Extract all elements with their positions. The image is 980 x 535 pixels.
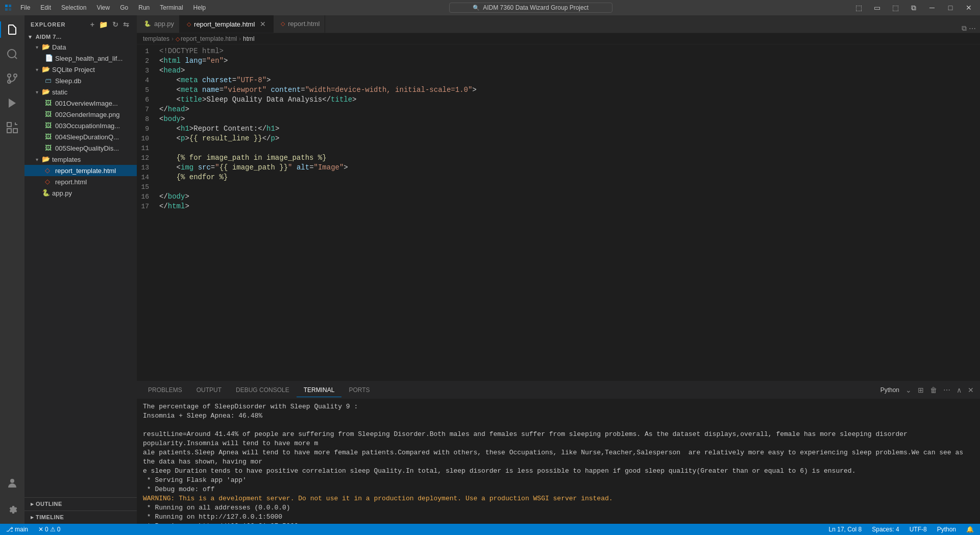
menu-run[interactable]: Run [134, 3, 154, 12]
line-num-8: 8 [137, 114, 157, 124]
sidebar-item-templates[interactable]: ▾ 📂 templates [24, 154, 137, 165]
code-editor[interactable]: 1 <!DOCTYPE html> 2 <html lang="en"> 3 <… [137, 44, 980, 381]
new-folder-icon[interactable]: 📁 [98, 19, 109, 30]
svg-rect-1 [9, 5, 11, 7]
line-content-1: <!DOCTYPE html> [157, 46, 980, 56]
tab-close-icon[interactable]: ✕ [258, 19, 268, 29]
breadcrumb-templates[interactable]: templates [143, 35, 169, 42]
error-count: 0 [45, 526, 48, 533]
sidebar-item-static[interactable]: ▾ 📂 static [24, 86, 137, 98]
split-editor[interactable]: ⧉ [906, 3, 921, 13]
tab-report[interactable]: ◇ report.html [274, 15, 325, 33]
status-bar: ⎇ main ✕ 0 ⚠ 0 Ln 17, Col 8 Spaces: 4 UT… [0, 524, 980, 535]
activity-search[interactable] [0, 42, 24, 66]
activity-settings[interactable] [0, 497, 24, 522]
maximize-button[interactable]: □ [943, 3, 958, 13]
file-icon: 🖼 [45, 99, 53, 107]
close-button[interactable]: ✕ [962, 3, 976, 13]
tab-report-template[interactable]: ◇ report_template.html ✕ [180, 15, 274, 33]
split-terminal-icon[interactable]: ⊞ [916, 385, 926, 395]
outline-section[interactable]: ▸ OUTLINE [24, 497, 137, 510]
sidebar-item-data[interactable]: ▾ 📂 Data [24, 41, 137, 53]
code-line-3: 3 <head> [137, 66, 980, 76]
code-line-7: 7 </head> [137, 105, 980, 114]
line-num-12: 12 [137, 153, 157, 163]
sidebar-item-002[interactable]: 🖼 002GenderImage.png [24, 109, 137, 120]
line-content-4: <meta charset="UTF-8"> [157, 76, 980, 85]
errors-status[interactable]: ✕ 0 ⚠ 0 [36, 524, 62, 535]
tab-label: app.py [154, 20, 174, 28]
sidebar-item-report-template[interactable]: ◇ report_template.html [24, 165, 137, 176]
close-panel-icon[interactable]: ✕ [966, 385, 976, 395]
search-bar[interactable]: 🔍 AIDM 7360 Data Wizard Group Project [449, 3, 612, 13]
breadcrumb-symbol[interactable]: html [243, 35, 255, 42]
sidebar-item-004[interactable]: 🖼 004SleepDurationQ... [24, 131, 137, 142]
position-status[interactable]: Ln 17, Col 8 [827, 524, 864, 535]
breadcrumb-file[interactable]: ◇report_template.html [176, 35, 237, 42]
more-terminal-icon[interactable]: ⋯ [941, 385, 952, 395]
activity-run[interactable] [0, 91, 24, 115]
more-actions-icon[interactable]: ⋯ [969, 25, 976, 33]
folder-label: templates [52, 156, 81, 163]
tab-ports[interactable]: PORTS [341, 383, 377, 397]
notification-bell[interactable]: 🔔 [964, 524, 976, 535]
maximize-panel-icon[interactable]: ∧ [954, 385, 964, 395]
menu-help[interactable]: Help [189, 3, 210, 12]
folder-label: static [52, 88, 67, 96]
tab-apppy[interactable]: 🐍 app.py [137, 15, 180, 33]
panel-button[interactable]: ▭ [870, 3, 884, 13]
kill-terminal-icon[interactable]: 🗑 [928, 385, 939, 395]
spaces-status[interactable]: Spaces: 4 [870, 524, 901, 535]
file-label: report.html [55, 178, 87, 186]
timeline-section[interactable]: ▸ TIMELINE [24, 510, 137, 524]
sidebar-item-sleep-health[interactable]: 📄 Sleep_health_and_lif... [24, 53, 137, 64]
activity-extensions[interactable] [0, 115, 24, 140]
sidebar-item-sqlite[interactable]: ▾ 📂 SQLite Project [24, 64, 137, 75]
terminal-area: PROBLEMS OUTPUT DEBUG CONSOLE TERMINAL P… [137, 381, 980, 524]
sidebar-item-apppy[interactable]: ▸ 🐍 app.py [24, 187, 137, 199]
file-db-icon: 🗃 [45, 77, 53, 85]
language-status[interactable]: Python [935, 524, 958, 535]
menu-view[interactable]: View [92, 3, 114, 12]
project-header[interactable]: ▾ AIDM 7... [24, 32, 137, 41]
sidebar-item-003[interactable]: 🖼 003OccupationImag... [24, 120, 137, 131]
encoding-status[interactable]: UTF-8 [908, 524, 929, 535]
split-editor-icon[interactable]: ⧉ [962, 24, 967, 33]
tabs-bar: 🐍 app.py ◇ report_template.html ✕ ◇ repo… [137, 15, 980, 33]
python-label: Python [878, 385, 901, 395]
tab-label: report_template.html [194, 20, 255, 28]
terminal-content[interactable]: The percentage of SleepDisorder with Sle… [137, 399, 980, 524]
menu-terminal[interactable]: Terminal [156, 3, 187, 12]
menu-selection[interactable]: Selection [57, 3, 90, 12]
tab-terminal[interactable]: TERMINAL [297, 383, 342, 397]
terminal-line: Insomnia + Sleep Apnea: 46.48% [143, 411, 974, 421]
refresh-icon[interactable]: ↻ [111, 19, 120, 30]
collapse-icon[interactable]: ⇆ [122, 19, 131, 30]
sidebar-toggle[interactable]: ⬚ [888, 3, 902, 13]
activity-explorer[interactable] [0, 17, 24, 42]
sidebar-item-005[interactable]: 🖼 005SleepQualityDis... [24, 142, 137, 154]
file-py-icon: 🐍 [144, 20, 151, 27]
new-file-icon[interactable]: + [89, 19, 96, 30]
line-num-6: 6 [137, 95, 157, 105]
layout-button[interactable]: ⬚ [851, 3, 866, 13]
terminal-line: ale patients.Sleep Apnea will tend to ha… [143, 448, 974, 467]
folder-icon: 📂 [42, 65, 50, 74]
tab-output[interactable]: OUTPUT [189, 383, 229, 397]
activity-accounts[interactable] [0, 471, 24, 495]
activity-source-control[interactable] [0, 66, 24, 91]
menu-go[interactable]: Go [116, 3, 132, 12]
sidebar-item-sleepdb[interactable]: 🗃 Sleep.db [24, 75, 137, 86]
menu-edit[interactable]: Edit [36, 3, 55, 12]
menu-file[interactable]: File [16, 3, 34, 12]
line-num-3: 3 [137, 66, 157, 76]
git-branch-status[interactable]: ⎇ main [4, 524, 30, 535]
sidebar-item-report[interactable]: ◇ report.html [24, 176, 137, 187]
line-content-10: <p>{{ result_line }}</p> [157, 134, 980, 143]
tab-problems[interactable]: PROBLEMS [141, 383, 189, 397]
breadcrumb: templates › ◇report_template.html › html [137, 33, 980, 44]
sidebar-item-001[interactable]: 🖼 001OverviewImage... [24, 98, 137, 109]
tab-debug-console[interactable]: DEBUG CONSOLE [229, 383, 297, 397]
minimize-button[interactable]: ─ [925, 3, 939, 13]
terminal-selector[interactable]: ⌄ [903, 385, 914, 395]
